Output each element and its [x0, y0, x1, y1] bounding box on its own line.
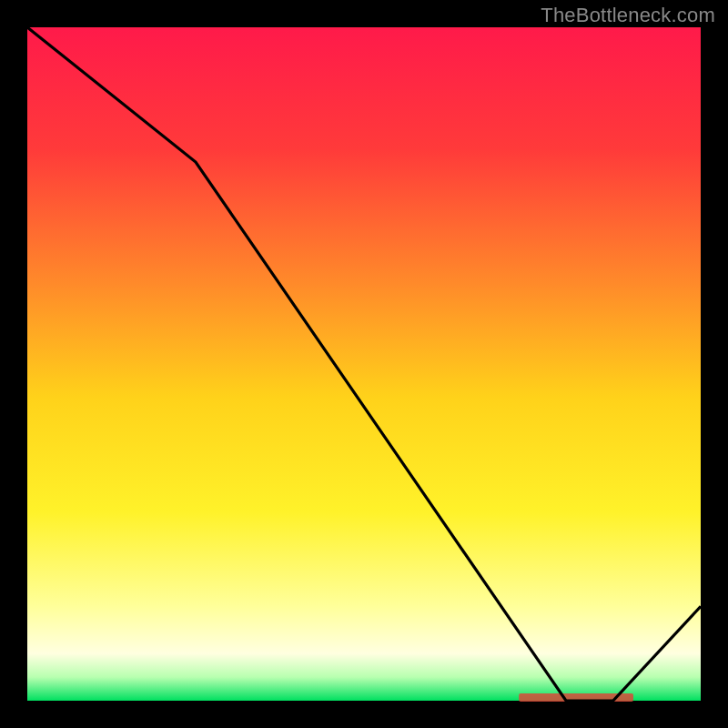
- plot-background: [27, 27, 701, 701]
- bottleneck-chart: [0, 0, 728, 728]
- chart-container: TheBottleneck.com: [0, 0, 728, 728]
- watermark-text: TheBottleneck.com: [541, 4, 715, 27]
